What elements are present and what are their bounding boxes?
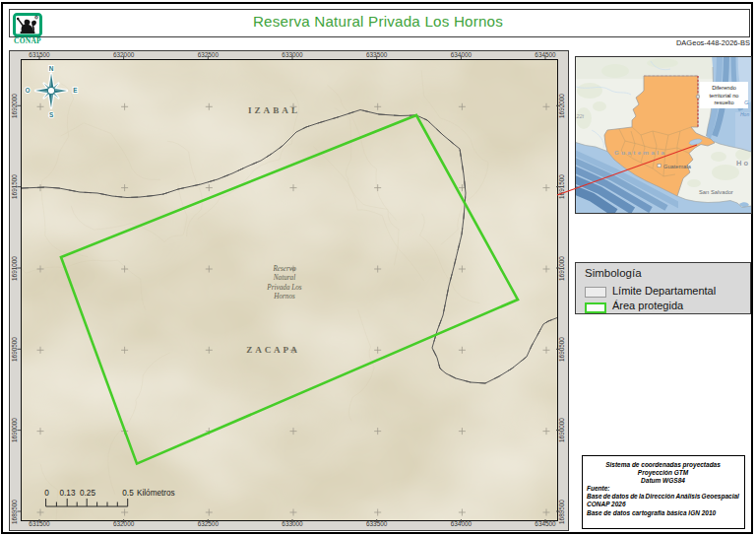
svg-text:Natural: Natural: [273, 274, 295, 282]
svg-text:IZABAL: IZABAL: [248, 105, 300, 115]
svg-text:Kilómetros: Kilómetros: [137, 489, 175, 498]
svg-text:ZACAPA: ZACAPA: [246, 345, 299, 355]
svg-text:22t: 22t: [576, 113, 585, 119]
svg-text:Privada Los: Privada Los: [266, 283, 302, 291]
svg-text:Reserva: Reserva: [272, 264, 296, 272]
svg-text:E: E: [73, 87, 78, 94]
svg-text:Diferendo: Diferendo: [712, 85, 736, 91]
svg-text:Guatemala: Guatemala: [614, 149, 666, 156]
svg-text:Ho: Ho: [736, 159, 750, 168]
svg-text:S: S: [49, 110, 54, 117]
svg-text:G: G: [744, 100, 749, 105]
svg-text:0.25: 0.25: [80, 489, 95, 498]
svg-text:Guatemala: Guatemala: [663, 164, 692, 169]
svg-text:O: O: [26, 87, 31, 94]
svg-text:N: N: [49, 64, 54, 71]
svg-text:CONAP: CONAP: [14, 36, 41, 45]
svg-text:resuelto: resuelto: [714, 100, 733, 105]
svg-text:0.5: 0.5: [122, 489, 134, 498]
svg-text:Hornos: Hornos: [273, 293, 295, 301]
svg-text:0: 0: [44, 489, 49, 498]
svg-text:Hon: Hon: [740, 111, 749, 117]
svg-text:San Salvador: San Salvador: [699, 189, 733, 195]
svg-text:R: R: [35, 16, 37, 20]
svg-text:0.13: 0.13: [60, 489, 76, 498]
svg-text:territorial no: territorial no: [709, 93, 738, 99]
